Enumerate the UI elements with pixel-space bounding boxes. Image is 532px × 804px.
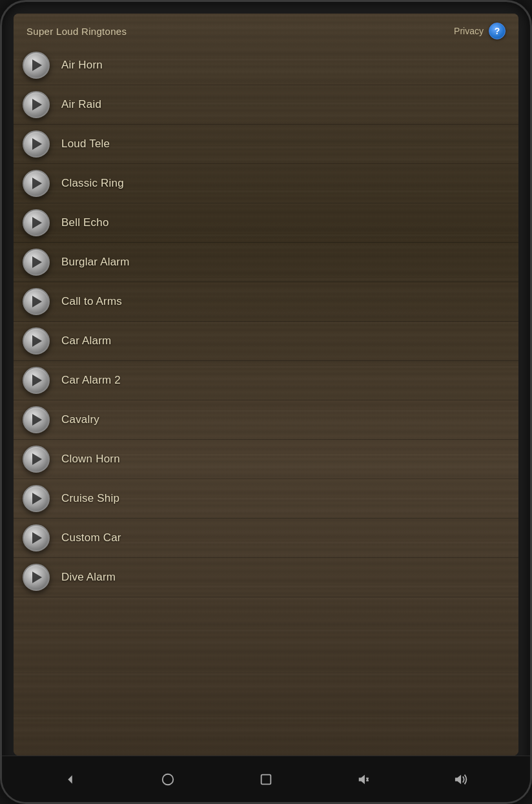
- play-button[interactable]: [23, 406, 50, 433]
- ringtone-item[interactable]: Car Alarm 2: [14, 361, 518, 400]
- ringtone-item[interactable]: Cavalry: [14, 400, 518, 440]
- play-button[interactable]: [23, 446, 50, 473]
- track-name: Bell Echo: [61, 216, 109, 229]
- ringtone-item[interactable]: Loud Tele: [14, 125, 518, 164]
- svg-marker-6: [455, 774, 461, 784]
- track-name: Air Horn: [61, 59, 103, 72]
- volume-down-button[interactable]: [350, 765, 378, 794]
- ringtone-item[interactable]: Cruise Ship: [14, 479, 518, 519]
- app-header: Super Loud Ringtones Privacy ?: [14, 14, 518, 46]
- play-button[interactable]: [23, 485, 50, 512]
- play-button[interactable]: [23, 564, 50, 591]
- track-name: Dive Alarm: [61, 571, 116, 584]
- screen: Super Loud Ringtones Privacy ? Air HornA…: [14, 14, 518, 756]
- volume-up-button[interactable]: [447, 765, 476, 794]
- track-name: Car Alarm 2: [61, 374, 121, 387]
- track-name: Cruise Ship: [61, 492, 119, 505]
- play-button[interactable]: [23, 524, 50, 551]
- ringtone-item[interactable]: Call to Arms: [14, 282, 518, 322]
- track-name: Burglar Alarm: [61, 256, 130, 269]
- play-button[interactable]: [23, 130, 50, 158]
- play-button[interactable]: [23, 209, 50, 236]
- privacy-link[interactable]: Privacy: [454, 26, 484, 36]
- track-name: Call to Arms: [61, 295, 122, 308]
- track-name: Air Raid: [61, 98, 101, 111]
- svg-marker-3: [358, 774, 364, 784]
- ringtone-item[interactable]: Bell Echo: [14, 203, 518, 243]
- play-button[interactable]: [23, 288, 50, 315]
- track-name: Cavalry: [61, 413, 99, 426]
- play-button[interactable]: [23, 52, 50, 79]
- track-name: Car Alarm: [61, 335, 111, 347]
- app-title: Super Loud Ringtones: [26, 26, 127, 37]
- ringtone-item[interactable]: Dive Alarm: [14, 558, 518, 597]
- svg-point-1: [163, 774, 174, 785]
- navigation-bar: [2, 756, 530, 802]
- device-frame: Super Loud Ringtones Privacy ? Air HornA…: [0, 0, 532, 804]
- ringtone-item[interactable]: Classic Ring: [14, 164, 518, 203]
- ringtone-item[interactable]: Air Raid: [14, 85, 518, 125]
- track-name: Loud Tele: [61, 138, 110, 150]
- play-button[interactable]: [23, 249, 50, 276]
- svg-rect-2: [261, 774, 271, 784]
- ringtone-item[interactable]: Clown Horn: [14, 440, 518, 479]
- recents-button[interactable]: [252, 765, 280, 794]
- ringtone-item[interactable]: Air Horn: [14, 46, 518, 85]
- play-button[interactable]: [23, 367, 50, 394]
- ringtone-item[interactable]: Burglar Alarm: [14, 243, 518, 282]
- svg-marker-0: [68, 775, 72, 783]
- track-name: Clown Horn: [61, 453, 120, 466]
- ringtone-list: Air HornAir RaidLoud TeleClassic RingBel…: [14, 46, 518, 756]
- track-name: Classic Ring: [61, 177, 124, 190]
- help-icon[interactable]: ?: [489, 23, 506, 39]
- header-right: Privacy ?: [454, 23, 506, 39]
- ringtone-item[interactable]: Car Alarm: [14, 322, 518, 361]
- play-button[interactable]: [23, 170, 50, 197]
- ringtone-item[interactable]: Custom Car: [14, 519, 518, 558]
- app-background: Super Loud Ringtones Privacy ? Air HornA…: [14, 14, 518, 756]
- back-button[interactable]: [56, 765, 85, 794]
- home-button[interactable]: [154, 765, 182, 794]
- play-button[interactable]: [23, 91, 50, 118]
- track-name: Custom Car: [61, 531, 121, 544]
- play-button[interactable]: [23, 327, 50, 355]
